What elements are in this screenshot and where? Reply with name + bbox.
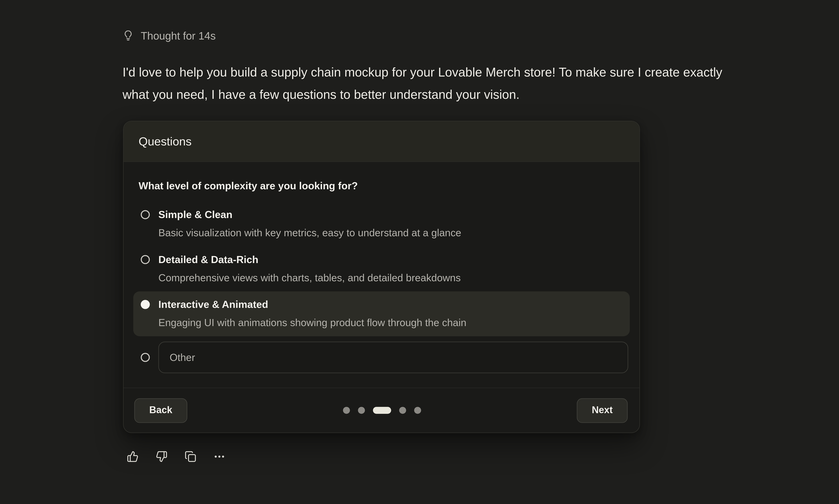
more-options-icon: [213, 451, 225, 463]
other-option-input[interactable]: [158, 342, 628, 373]
question-text: What level of complexity are you looking…: [139, 178, 624, 194]
option-text: Interactive & Animated Engaging UI with …: [158, 296, 467, 332]
pagination-dot[interactable]: [358, 407, 365, 414]
more-options-button[interactable]: [213, 451, 225, 463]
message-actions: [127, 451, 225, 463]
card-title: Questions: [139, 134, 192, 148]
thought-label: Thought for 14s: [141, 29, 216, 43]
option-description: Comprehensive views with charts, tables,…: [158, 269, 461, 287]
pagination-dot[interactable]: [343, 407, 350, 414]
thumbs-down-icon: [156, 451, 168, 463]
radio-selected-icon[interactable]: [141, 300, 150, 309]
assistant-message-text: I'd love to help you build a supply chai…: [123, 61, 749, 106]
option-other[interactable]: [133, 342, 630, 373]
copy-button[interactable]: [185, 451, 196, 463]
thought-toggle[interactable]: Thought for 14s: [123, 29, 216, 43]
option-title: Interactive & Animated: [158, 296, 467, 314]
back-button[interactable]: Back: [134, 398, 188, 423]
radio-unselected-icon[interactable]: [141, 353, 150, 362]
option-description: Basic visualization with key metrics, ea…: [158, 224, 461, 242]
pagination-dots: [343, 407, 421, 414]
questions-card-header: Questions: [124, 121, 640, 162]
questions-card-footer: Back Next: [124, 388, 640, 432]
questions-card: Questions What level of complexity are y…: [123, 121, 640, 433]
option-detailed-data-rich[interactable]: Detailed & Data-Rich Comprehensive views…: [133, 247, 630, 291]
option-simple-clean[interactable]: Simple & Clean Basic visualization with …: [133, 202, 630, 247]
pagination-dot[interactable]: [414, 407, 421, 414]
pagination-dot-active[interactable]: [373, 407, 391, 414]
option-title: Simple & Clean: [158, 206, 461, 224]
option-interactive-animated[interactable]: Interactive & Animated Engaging UI with …: [133, 291, 630, 336]
copy-icon: [185, 451, 196, 463]
radio-unselected-icon[interactable]: [141, 255, 150, 264]
pagination-dot[interactable]: [399, 407, 406, 414]
thumbs-down-button[interactable]: [156, 451, 168, 463]
questions-card-body: What level of complexity are you looking…: [124, 162, 640, 388]
thumbs-up-button[interactable]: [127, 451, 139, 463]
lightbulb-icon: [123, 30, 134, 41]
radio-unselected-icon[interactable]: [141, 210, 150, 219]
next-button[interactable]: Next: [577, 398, 628, 423]
option-text: Simple & Clean Basic visualization with …: [158, 206, 461, 242]
thumbs-up-icon: [127, 451, 139, 463]
option-description: Engaging UI with animations showing prod…: [158, 314, 467, 332]
option-text: Detailed & Data-Rich Comprehensive views…: [158, 251, 461, 287]
option-title: Detailed & Data-Rich: [158, 251, 461, 269]
chat-message-area: Thought for 14s I'd love to help you bui…: [0, 0, 839, 504]
